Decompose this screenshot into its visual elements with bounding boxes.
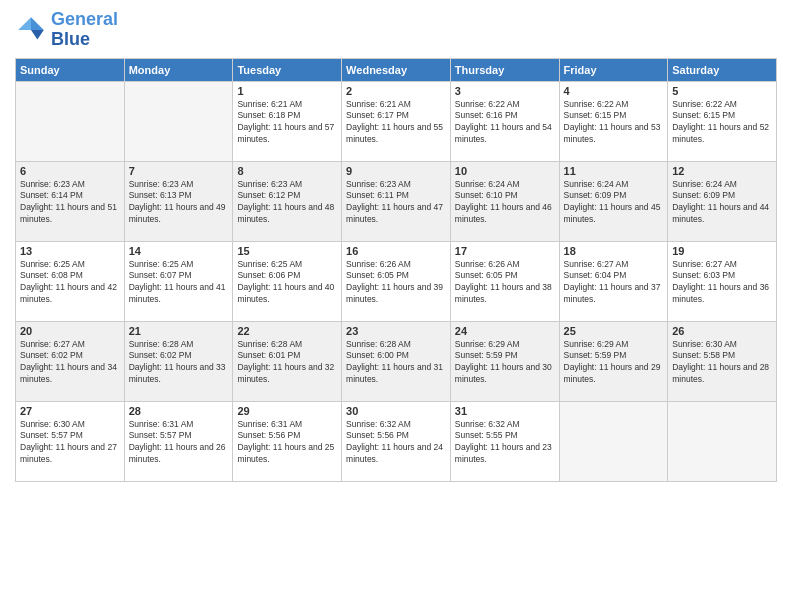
weekday-header: Monday xyxy=(124,58,233,81)
day-number: 10 xyxy=(455,165,555,177)
logo-text: General Blue xyxy=(51,10,118,50)
day-info: Sunrise: 6:21 AMSunset: 6:18 PMDaylight:… xyxy=(237,99,337,147)
day-number: 31 xyxy=(455,405,555,417)
calendar-cell: 27Sunrise: 6:30 AMSunset: 5:57 PMDayligh… xyxy=(16,401,125,481)
day-number: 12 xyxy=(672,165,772,177)
day-number: 6 xyxy=(20,165,120,177)
calendar-week-row: 1Sunrise: 6:21 AMSunset: 6:18 PMDaylight… xyxy=(16,81,777,161)
svg-marker-1 xyxy=(31,30,44,40)
calendar-cell: 7Sunrise: 6:23 AMSunset: 6:13 PMDaylight… xyxy=(124,161,233,241)
weekday-header: Wednesday xyxy=(342,58,451,81)
day-info: Sunrise: 6:30 AMSunset: 5:58 PMDaylight:… xyxy=(672,339,772,387)
day-number: 4 xyxy=(564,85,664,97)
day-number: 28 xyxy=(129,405,229,417)
calendar-cell: 9Sunrise: 6:23 AMSunset: 6:11 PMDaylight… xyxy=(342,161,451,241)
day-number: 19 xyxy=(672,245,772,257)
day-number: 11 xyxy=(564,165,664,177)
day-number: 2 xyxy=(346,85,446,97)
day-info: Sunrise: 6:28 AMSunset: 6:01 PMDaylight:… xyxy=(237,339,337,387)
day-number: 21 xyxy=(129,325,229,337)
calendar-cell: 6Sunrise: 6:23 AMSunset: 6:14 PMDaylight… xyxy=(16,161,125,241)
calendar-week-row: 6Sunrise: 6:23 AMSunset: 6:14 PMDaylight… xyxy=(16,161,777,241)
day-info: Sunrise: 6:32 AMSunset: 5:55 PMDaylight:… xyxy=(455,419,555,467)
weekday-header: Thursday xyxy=(450,58,559,81)
day-number: 24 xyxy=(455,325,555,337)
day-info: Sunrise: 6:30 AMSunset: 5:57 PMDaylight:… xyxy=(20,419,120,467)
day-info: Sunrise: 6:22 AMSunset: 6:16 PMDaylight:… xyxy=(455,99,555,147)
calendar-cell: 14Sunrise: 6:25 AMSunset: 6:07 PMDayligh… xyxy=(124,241,233,321)
day-info: Sunrise: 6:24 AMSunset: 6:10 PMDaylight:… xyxy=(455,179,555,227)
day-number: 22 xyxy=(237,325,337,337)
day-info: Sunrise: 6:28 AMSunset: 6:02 PMDaylight:… xyxy=(129,339,229,387)
day-number: 20 xyxy=(20,325,120,337)
calendar-cell: 23Sunrise: 6:28 AMSunset: 6:00 PMDayligh… xyxy=(342,321,451,401)
calendar-cell: 10Sunrise: 6:24 AMSunset: 6:10 PMDayligh… xyxy=(450,161,559,241)
calendar-cell: 21Sunrise: 6:28 AMSunset: 6:02 PMDayligh… xyxy=(124,321,233,401)
day-info: Sunrise: 6:26 AMSunset: 6:05 PMDaylight:… xyxy=(346,259,446,307)
weekday-header: Saturday xyxy=(668,58,777,81)
day-info: Sunrise: 6:22 AMSunset: 6:15 PMDaylight:… xyxy=(564,99,664,147)
calendar-week-row: 13Sunrise: 6:25 AMSunset: 6:08 PMDayligh… xyxy=(16,241,777,321)
calendar-cell: 22Sunrise: 6:28 AMSunset: 6:01 PMDayligh… xyxy=(233,321,342,401)
calendar-week-row: 20Sunrise: 6:27 AMSunset: 6:02 PMDayligh… xyxy=(16,321,777,401)
calendar-cell: 13Sunrise: 6:25 AMSunset: 6:08 PMDayligh… xyxy=(16,241,125,321)
calendar-week-row: 27Sunrise: 6:30 AMSunset: 5:57 PMDayligh… xyxy=(16,401,777,481)
calendar-cell: 25Sunrise: 6:29 AMSunset: 5:59 PMDayligh… xyxy=(559,321,668,401)
day-number: 25 xyxy=(564,325,664,337)
day-number: 18 xyxy=(564,245,664,257)
day-info: Sunrise: 6:29 AMSunset: 5:59 PMDaylight:… xyxy=(564,339,664,387)
page: General Blue SundayMondayTuesdayWednesda… xyxy=(0,0,792,612)
logo: General Blue xyxy=(15,10,118,50)
calendar-cell: 3Sunrise: 6:22 AMSunset: 6:16 PMDaylight… xyxy=(450,81,559,161)
calendar-cell: 12Sunrise: 6:24 AMSunset: 6:09 PMDayligh… xyxy=(668,161,777,241)
day-number: 30 xyxy=(346,405,446,417)
calendar-cell: 5Sunrise: 6:22 AMSunset: 6:15 PMDaylight… xyxy=(668,81,777,161)
svg-marker-0 xyxy=(31,17,44,30)
weekday-header: Sunday xyxy=(16,58,125,81)
day-info: Sunrise: 6:32 AMSunset: 5:56 PMDaylight:… xyxy=(346,419,446,467)
calendar-header-row: SundayMondayTuesdayWednesdayThursdayFrid… xyxy=(16,58,777,81)
weekday-header: Tuesday xyxy=(233,58,342,81)
calendar-cell: 28Sunrise: 6:31 AMSunset: 5:57 PMDayligh… xyxy=(124,401,233,481)
calendar-cell: 16Sunrise: 6:26 AMSunset: 6:05 PMDayligh… xyxy=(342,241,451,321)
day-info: Sunrise: 6:23 AMSunset: 6:12 PMDaylight:… xyxy=(237,179,337,227)
calendar-cell: 24Sunrise: 6:29 AMSunset: 5:59 PMDayligh… xyxy=(450,321,559,401)
day-info: Sunrise: 6:27 AMSunset: 6:02 PMDaylight:… xyxy=(20,339,120,387)
day-info: Sunrise: 6:31 AMSunset: 5:56 PMDaylight:… xyxy=(237,419,337,467)
calendar-cell: 17Sunrise: 6:26 AMSunset: 6:05 PMDayligh… xyxy=(450,241,559,321)
calendar-table: SundayMondayTuesdayWednesdayThursdayFrid… xyxy=(15,58,777,482)
day-number: 29 xyxy=(237,405,337,417)
calendar-cell: 15Sunrise: 6:25 AMSunset: 6:06 PMDayligh… xyxy=(233,241,342,321)
day-info: Sunrise: 6:25 AMSunset: 6:06 PMDaylight:… xyxy=(237,259,337,307)
day-info: Sunrise: 6:23 AMSunset: 6:14 PMDaylight:… xyxy=(20,179,120,227)
day-number: 14 xyxy=(129,245,229,257)
calendar-cell: 4Sunrise: 6:22 AMSunset: 6:15 PMDaylight… xyxy=(559,81,668,161)
day-info: Sunrise: 6:26 AMSunset: 6:05 PMDaylight:… xyxy=(455,259,555,307)
calendar-cell: 2Sunrise: 6:21 AMSunset: 6:17 PMDaylight… xyxy=(342,81,451,161)
day-info: Sunrise: 6:25 AMSunset: 6:08 PMDaylight:… xyxy=(20,259,120,307)
day-number: 16 xyxy=(346,245,446,257)
day-info: Sunrise: 6:23 AMSunset: 6:13 PMDaylight:… xyxy=(129,179,229,227)
day-info: Sunrise: 6:24 AMSunset: 6:09 PMDaylight:… xyxy=(564,179,664,227)
day-number: 27 xyxy=(20,405,120,417)
calendar-cell xyxy=(124,81,233,161)
calendar-cell: 19Sunrise: 6:27 AMSunset: 6:03 PMDayligh… xyxy=(668,241,777,321)
header: General Blue xyxy=(15,10,777,50)
calendar-cell xyxy=(16,81,125,161)
day-number: 9 xyxy=(346,165,446,177)
day-number: 8 xyxy=(237,165,337,177)
day-number: 13 xyxy=(20,245,120,257)
svg-marker-2 xyxy=(18,17,31,30)
day-info: Sunrise: 6:22 AMSunset: 6:15 PMDaylight:… xyxy=(672,99,772,147)
calendar-cell: 18Sunrise: 6:27 AMSunset: 6:04 PMDayligh… xyxy=(559,241,668,321)
day-info: Sunrise: 6:24 AMSunset: 6:09 PMDaylight:… xyxy=(672,179,772,227)
day-number: 7 xyxy=(129,165,229,177)
weekday-header: Friday xyxy=(559,58,668,81)
day-info: Sunrise: 6:31 AMSunset: 5:57 PMDaylight:… xyxy=(129,419,229,467)
day-info: Sunrise: 6:27 AMSunset: 6:03 PMDaylight:… xyxy=(672,259,772,307)
calendar-cell xyxy=(559,401,668,481)
day-info: Sunrise: 6:28 AMSunset: 6:00 PMDaylight:… xyxy=(346,339,446,387)
calendar-cell: 26Sunrise: 6:30 AMSunset: 5:58 PMDayligh… xyxy=(668,321,777,401)
day-number: 23 xyxy=(346,325,446,337)
day-info: Sunrise: 6:27 AMSunset: 6:04 PMDaylight:… xyxy=(564,259,664,307)
